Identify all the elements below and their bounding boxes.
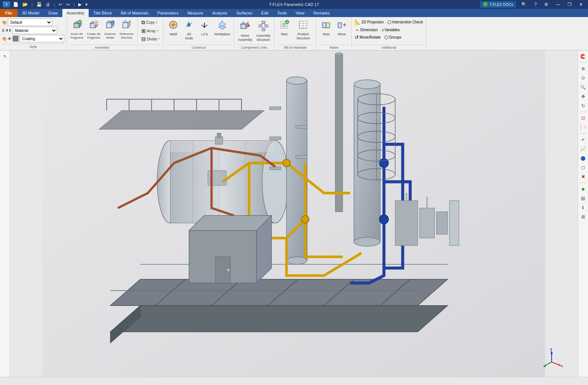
save-icon[interactable]: 💾 <box>35 1 43 8</box>
material-select[interactable]: Material <box>13 27 57 34</box>
variables-button[interactable]: 𝑥 Variables <box>380 26 401 33</box>
select-filter-icon[interactable]: ⊡ <box>579 114 588 123</box>
color-swatch[interactable] <box>13 36 19 42</box>
tab-remarks[interactable]: Remarks <box>309 9 334 17</box>
file-menu[interactable]: File <box>0 9 17 17</box>
weld-button[interactable]: Weld <box>166 19 181 37</box>
reference-element-button[interactable]: ReferenceElement <box>118 19 135 40</box>
insert-3d-fragment-button[interactable]: + Insert 3DFragment <box>69 19 85 40</box>
external-model-button[interactable]: E ExternalModel <box>103 19 118 40</box>
move-rotate-button[interactable]: ↺ Move/Rotate <box>353 34 382 41</box>
mates-move-button[interactable]: Move <box>334 19 349 37</box>
tab-view[interactable]: View <box>291 9 309 17</box>
tab-assembly[interactable]: Assembly <box>62 9 89 17</box>
component-links-content: MoveAssembly AssemblyStructure <box>236 19 272 45</box>
info-panel-icon[interactable]: ℹ <box>579 203 588 212</box>
divide-button[interactable]: ⊟ Divide ▾ <box>140 35 161 43</box>
spinner-arrows[interactable]: ⬆⬇ <box>6 29 12 32</box>
render-sphere-icon[interactable]: ⬤ <box>579 154 588 163</box>
tab-tools[interactable]: Tools <box>273 9 291 17</box>
ribbon-group-component-links: MoveAssembly AssemblyStructure <box>234 17 275 50</box>
projection-2d-button[interactable]: 📐 2D Projection <box>353 19 385 26</box>
style-default-select[interactable]: Default <box>8 19 52 26</box>
move-assembly-button[interactable]: MoveAssembly <box>236 19 254 43</box>
render-wire-icon[interactable]: ◻ <box>579 163 588 172</box>
left-select-icon[interactable]: ↖ <box>1 52 10 61</box>
small-equipment <box>395 193 459 245</box>
product-structure-label: Product Structure <box>294 32 312 40</box>
zoom-window-icon[interactable]: ⊕ <box>579 64 588 73</box>
close-tool-icon[interactable]: ✖ <box>579 172 588 181</box>
svg-text:+: + <box>79 21 81 23</box>
ribbon-group-additional: 📐 2D Projection ⬡ Intersection Check ↔ D… <box>352 17 426 50</box>
snap-to-grid-icon[interactable]: 🧲 <box>579 52 588 61</box>
gem-display-icon[interactable]: ◆ <box>579 185 588 193</box>
close-button[interactable]: ✕ <box>577 1 585 8</box>
app-title: T-FLEX Parametric CAD 17 <box>269 2 319 7</box>
panel-toggle-icon[interactable]: ▤ <box>579 194 588 203</box>
tab-surfaces[interactable]: Surfaces <box>232 9 257 17</box>
tab-draw[interactable]: Draw <box>44 9 62 17</box>
tab-parameters[interactable]: Parameters <box>153 9 183 17</box>
workplane-label: Workplane <box>214 32 230 36</box>
construct-group-content: Weld 3DNode <box>166 19 231 45</box>
restore-button[interactable]: ❐ <box>565 1 574 8</box>
workplane-button[interactable]: Workplane <box>213 19 231 37</box>
zoom-in2-icon[interactable]: 🔍 <box>579 83 588 92</box>
minimize-button[interactable]: — <box>553 1 562 8</box>
tab-3dmodel[interactable]: 3D Model <box>17 9 44 17</box>
array-dropdown-icon[interactable]: ▾ <box>157 29 158 32</box>
help-icon[interactable]: ? <box>532 1 539 8</box>
new-doc-icon[interactable]: 📄 <box>12 1 20 8</box>
additional-row2: ↔ Dimension 𝑥 Variables <box>353 26 424 33</box>
customize-icon[interactable]: ▾ <box>84 1 89 8</box>
bom-new-button[interactable]: + New <box>277 19 292 37</box>
tab-bom[interactable]: Bill of Materials <box>116 9 153 17</box>
groups-button[interactable]: ⬡ Groups <box>383 34 403 41</box>
projection-2d-icon: 📐 <box>355 19 361 25</box>
analyze-icon[interactable]: 📈 <box>579 144 588 153</box>
viewport[interactable]: x y <box>10 50 578 377</box>
macro-icon[interactable]: ▶ <box>77 1 83 8</box>
grid-display-icon[interactable]: ⊞ <box>579 212 588 221</box>
coating-select[interactable]: Coating <box>20 35 64 42</box>
intersection-check-button[interactable]: ⬡ Intersection Check <box>386 19 424 26</box>
tflex-docs-badge[interactable]: T T-FLEX DOCs <box>480 1 516 8</box>
divide-dropdown-icon[interactable]: ▾ <box>158 37 160 40</box>
copy-group-label <box>140 45 161 50</box>
qat-sep1: | <box>30 1 34 8</box>
tab-analysis[interactable]: Analysis <box>208 9 232 17</box>
zoom-fit-all-icon[interactable]: ⊙ <box>579 74 588 82</box>
pan-tool-icon[interactable]: ✥ <box>579 92 588 101</box>
insert-3d-label: Insert 3DFragment <box>70 32 83 39</box>
array-button[interactable]: ⊞ Array ▾ <box>140 27 160 35</box>
svg-rect-89 <box>270 137 281 140</box>
intersection-check-icon: ⬡ <box>387 19 391 25</box>
open-doc-icon[interactable]: 📂 <box>21 1 29 8</box>
settings-icon[interactable]: ⚙ <box>542 1 551 8</box>
svg-rect-60 <box>326 23 330 28</box>
product-structure-button[interactable]: Product Structure <box>292 19 314 42</box>
tab-edit[interactable]: Edit <box>257 9 273 17</box>
print-icon[interactable]: 🖨 <box>45 1 51 8</box>
3d-node-button[interactable]: 3DNode <box>181 19 196 42</box>
svg-rect-42 <box>262 29 265 31</box>
svg-rect-41 <box>265 25 268 27</box>
dimension-button[interactable]: ↔ Dimension <box>353 26 379 33</box>
undo-icon[interactable]: ↩ <box>58 1 63 8</box>
svg-rect-88 <box>270 107 281 110</box>
mates-new-button[interactable]: New <box>319 19 334 37</box>
tab-titleblock[interactable]: Title Block <box>89 9 116 17</box>
tab-measure[interactable]: Measure <box>183 9 208 17</box>
validate-icon[interactable]: ✔ <box>579 135 588 144</box>
lcs-button[interactable]: LCS <box>197 19 212 37</box>
copy-button[interactable]: ⧉ Copy ▾ <box>140 19 159 26</box>
snap-settings-icon[interactable]: ⋮⋮ <box>579 123 588 132</box>
create-3d-fragment-button[interactable]: Create 3DFragment <box>85 19 102 40</box>
copy-dropdown-icon[interactable]: ▾ <box>156 21 157 24</box>
rotate-tool-icon[interactable]: ↻ <box>579 101 588 110</box>
search-help-icon[interactable]: 🔍 <box>519 1 529 8</box>
svg-rect-59 <box>322 23 326 28</box>
redo-icon[interactable]: ↪ <box>65 1 71 8</box>
assembly-structure-button[interactable]: AssemblyStructure <box>254 19 272 43</box>
